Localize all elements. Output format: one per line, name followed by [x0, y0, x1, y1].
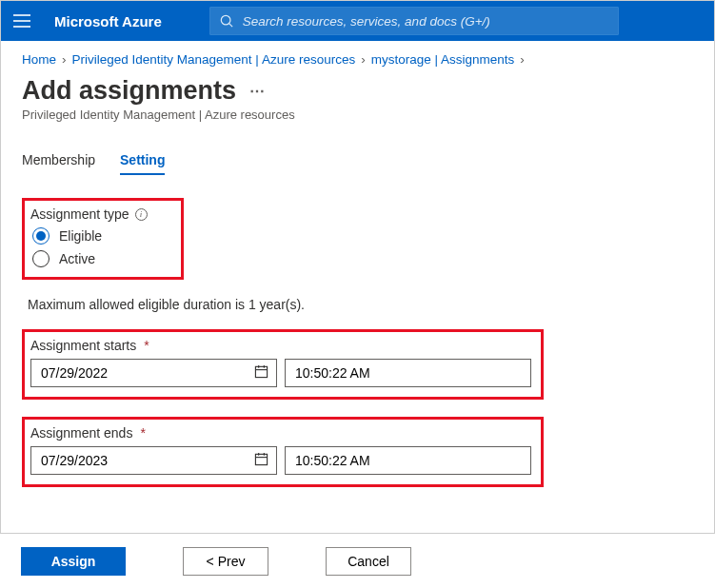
breadcrumb-pim[interactable]: Privileged Identity Management | Azure r…: [72, 52, 356, 67]
global-search[interactable]: [209, 7, 619, 35]
ends-date-input[interactable]: [30, 446, 277, 475]
svg-rect-9: [255, 454, 267, 464]
ends-date-field[interactable]: [39, 452, 254, 469]
page-title: Add assignments ⋯: [22, 76, 693, 106]
assignment-type-label: Assignment type i: [30, 206, 171, 222]
radio-eligible[interactable]: Eligible: [32, 227, 171, 245]
calendar-icon[interactable]: [254, 452, 268, 469]
radio-icon-checked: [32, 227, 50, 245]
starts-time-field[interactable]: [293, 364, 523, 382]
assignment-starts-group: Assignment starts*: [22, 329, 544, 400]
radio-active[interactable]: Active: [32, 250, 171, 267]
ends-time-field[interactable]: [293, 452, 523, 469]
breadcrumb: Home › Privileged Identity Management | …: [22, 52, 693, 67]
assignment-ends-label: Assignment ends*: [30, 425, 531, 441]
svg-rect-5: [255, 366, 267, 377]
cancel-button[interactable]: Cancel: [326, 547, 411, 576]
chevron-right-icon: ›: [62, 52, 67, 67]
more-actions-icon[interactable]: ⋯: [249, 82, 265, 100]
page-title-text: Add assignments: [22, 76, 236, 106]
top-bar: Microsoft Azure: [1, 1, 714, 41]
ends-time-input[interactable]: [285, 446, 531, 475]
tab-membership[interactable]: Membership: [22, 147, 95, 175]
assignment-type-label-text: Assignment type: [30, 206, 129, 222]
menu-icon[interactable]: [9, 8, 35, 34]
starts-date-field[interactable]: [39, 364, 254, 382]
starts-date-input[interactable]: [30, 359, 277, 387]
chevron-right-icon: ›: [520, 52, 525, 67]
radio-eligible-label: Eligible: [59, 228, 102, 244]
duration-note: Maximum allowed eligible duration is 1 y…: [28, 297, 693, 312]
assignment-starts-label-text: Assignment starts: [30, 338, 136, 353]
prev-button[interactable]: < Prev: [183, 547, 268, 576]
assign-button[interactable]: Assign: [21, 547, 126, 576]
main-content: Home › Privileged Identity Management | …: [1, 41, 714, 532]
search-input[interactable]: [241, 13, 608, 29]
radio-icon-unchecked: [32, 250, 50, 267]
breadcrumb-home[interactable]: Home: [22, 52, 56, 67]
brand-label: Microsoft Azure: [54, 13, 162, 29]
assignment-ends-group: Assignment ends*: [22, 417, 544, 487]
search-icon: [220, 14, 233, 28]
page-subtitle: Privileged Identity Management | Azure r…: [22, 108, 693, 122]
breadcrumb-mystorage[interactable]: mystorage | Assignments: [371, 52, 515, 67]
footer-bar: Assign < Prev Cancel: [0, 533, 715, 588]
required-asterisk: *: [144, 338, 149, 353]
calendar-icon[interactable]: [254, 364, 268, 382]
starts-time-input[interactable]: [285, 359, 531, 387]
info-icon[interactable]: i: [135, 208, 148, 221]
radio-active-label: Active: [59, 251, 95, 266]
tab-setting[interactable]: Setting: [120, 147, 165, 175]
assignment-starts-label: Assignment starts*: [30, 338, 531, 353]
tabs: Membership Setting: [22, 141, 693, 175]
assignment-type-group: Assignment type i Eligible Active: [22, 198, 184, 280]
assignment-ends-label-text: Assignment ends: [30, 425, 132, 441]
required-asterisk: *: [140, 425, 145, 441]
svg-point-3: [221, 15, 230, 25]
chevron-right-icon: ›: [361, 52, 366, 67]
svg-line-4: [228, 24, 232, 28]
